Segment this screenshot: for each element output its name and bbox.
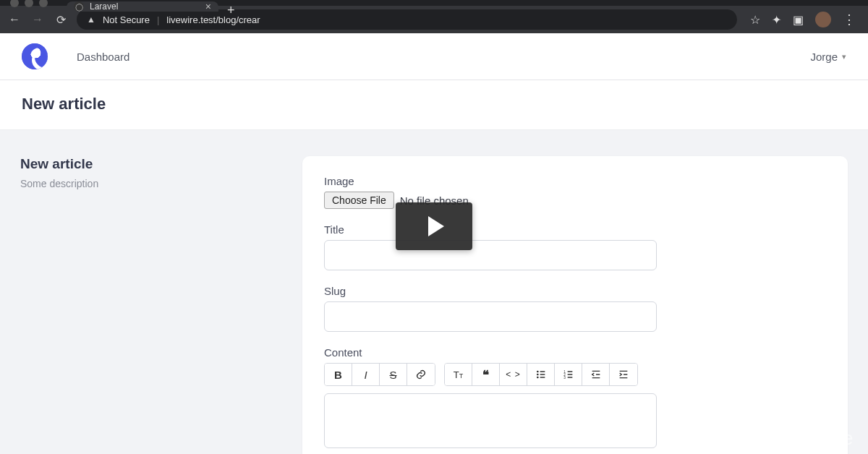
content-editor[interactable] <box>324 393 657 448</box>
link-button[interactable] <box>407 364 435 385</box>
title-input[interactable] <box>324 240 657 270</box>
not-secure-label: Not Secure <box>103 14 150 25</box>
code-button[interactable]: < > <box>500 364 527 385</box>
content-label: Content <box>324 346 826 359</box>
app-header: Dashboard Jorge ▾ <box>0 33 868 80</box>
choose-file-button[interactable]: Choose File <box>324 192 394 209</box>
forward-button[interactable]: → <box>30 13 45 26</box>
traffic-light-close[interactable] <box>10 0 19 7</box>
tab-favicon-icon: ◯ <box>74 1 84 12</box>
number-list-icon: 123 <box>563 369 574 380</box>
outdent-icon <box>590 369 602 380</box>
bold-button[interactable]: B <box>325 364 352 385</box>
slug-input[interactable] <box>324 301 657 332</box>
profile-avatar-icon[interactable] <box>815 12 831 27</box>
outdent-button[interactable] <box>582 364 610 385</box>
slug-label: Slug <box>324 285 826 297</box>
content-area: New article Some description Image Choos… <box>0 130 868 454</box>
svg-point-0 <box>537 371 537 372</box>
form-group-slug: Slug <box>324 285 826 332</box>
address-separator: | <box>157 14 159 25</box>
traffic-light-max[interactable] <box>39 0 48 7</box>
new-tab-button[interactable]: + <box>227 3 235 18</box>
address-field[interactable]: ▲ Not Secure | livewire.test/blog/crear <box>77 9 737 30</box>
quote-button[interactable]: ❝ <box>472 364 500 385</box>
address-bar-actions: ☆ ✦ ▣ ⋮ <box>746 12 861 27</box>
watermark-text: Aprendible <box>760 427 854 450</box>
indent-icon <box>618 369 629 380</box>
bullet-list-button[interactable] <box>527 364 555 385</box>
page-title-bar: New article <box>0 80 868 130</box>
browser-menu-icon[interactable]: ⋮ <box>843 12 856 27</box>
svg-point-4 <box>537 377 537 377</box>
image-label: Image <box>324 175 826 187</box>
svg-point-2 <box>537 374 537 374</box>
not-secure-icon: ▲ <box>87 14 95 25</box>
strike-button[interactable]: S <box>380 364 407 385</box>
number-list-button[interactable]: 123 <box>555 364 582 385</box>
form-card: Image Choose File No file chosen Title S… <box>302 156 848 454</box>
indent-button[interactable] <box>610 364 637 385</box>
extensions-icon[interactable]: ✦ <box>772 13 781 27</box>
bullet-list-icon <box>535 369 547 380</box>
cast-icon[interactable]: ▣ <box>793 13 804 27</box>
user-name-label: Jorge <box>810 51 838 63</box>
app-logo[interactable] <box>22 43 48 69</box>
heading-icon: TT <box>454 369 463 380</box>
traffic-light-min[interactable] <box>25 0 33 7</box>
editor-toolbar: B I S TT ❝ < > <box>324 363 826 386</box>
toolbar-group-format: B I S <box>324 363 435 386</box>
quote-icon: ❝ <box>482 367 489 382</box>
reload-button[interactable]: ⟳ <box>54 13 68 27</box>
video-play-button[interactable] <box>396 202 472 250</box>
address-url: livewire.test/blog/crear <box>166 14 260 25</box>
chevron-down-icon: ▾ <box>842 52 846 61</box>
watermark: Aprendible <box>734 427 854 450</box>
italic-button[interactable]: I <box>352 364 380 385</box>
browser-tab-active[interactable]: ◯ Laravel × <box>67 1 218 12</box>
link-icon <box>415 369 427 380</box>
code-icon: < > <box>506 369 520 380</box>
section-description: Some description <box>20 178 281 189</box>
tab-title: Laravel <box>90 1 118 12</box>
play-icon <box>428 216 444 236</box>
section-heading: New article <box>20 156 281 172</box>
watermark-logo-icon <box>734 429 753 448</box>
svg-text:3: 3 <box>563 376 566 380</box>
bookmark-star-icon[interactable]: ☆ <box>750 13 760 27</box>
heading-button[interactable]: TT <box>445 364 472 385</box>
toolbar-group-block: TT ❝ < > 123 <box>444 363 638 386</box>
tab-close-icon[interactable]: × <box>205 1 211 12</box>
user-menu[interactable]: Jorge ▾ <box>810 51 846 63</box>
window-traffic-lights <box>10 0 48 7</box>
back-button[interactable]: ← <box>7 13 22 26</box>
page-title: New article <box>22 95 846 113</box>
section-sidebar: New article Some description <box>20 156 281 454</box>
nav-dashboard-link[interactable]: Dashboard <box>77 51 129 63</box>
